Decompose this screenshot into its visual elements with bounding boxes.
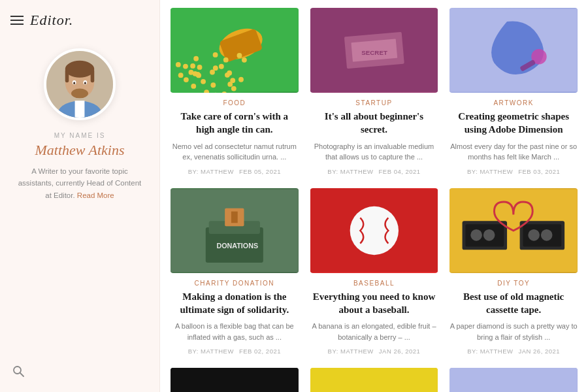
article-title[interactable]: It's all about beginner's secret. bbox=[310, 110, 438, 137]
article-image-tape[interactable] bbox=[449, 188, 578, 273]
svg-point-35 bbox=[176, 62, 181, 67]
article-title[interactable]: Best use of old magnetic cassette tape. bbox=[449, 290, 578, 317]
svg-point-43 bbox=[191, 84, 196, 89]
svg-point-32 bbox=[238, 77, 244, 82]
article-image-corn[interactable] bbox=[171, 8, 299, 93]
svg-point-65 bbox=[471, 229, 483, 241]
article-author: by: MATTHEW bbox=[467, 168, 513, 175]
article-title[interactable]: Everything you need to know about a base… bbox=[310, 290, 438, 317]
svg-point-17 bbox=[223, 57, 229, 63]
article-image-secret[interactable]: SECRET bbox=[310, 8, 438, 93]
article-card: SECRET STARTUPIt's all about beginner's … bbox=[310, 8, 438, 175]
article-author: by: MATTHEW bbox=[327, 168, 373, 175]
sidebar-header: Editor. bbox=[0, 0, 159, 29]
svg-point-10 bbox=[84, 82, 86, 84]
article-title[interactable]: Making a donation is the ultimate sign o… bbox=[171, 290, 299, 317]
svg-point-18 bbox=[213, 65, 218, 71]
sidebar: Editor. MY NAME IS Matthew Atkins A bbox=[0, 0, 160, 392]
svg-text:SECRET: SECRET bbox=[361, 49, 387, 56]
article-title[interactable]: Take care of corn's with a high angle ti… bbox=[171, 110, 299, 137]
article-category: DIY TOY bbox=[449, 280, 578, 287]
article-category: ARTWORK bbox=[449, 99, 578, 106]
article-excerpt: A paper diamond is such a pretty way to … bbox=[449, 321, 578, 342]
svg-point-70 bbox=[541, 229, 553, 241]
svg-point-20 bbox=[178, 73, 184, 78]
avatar bbox=[44, 48, 116, 120]
avatar-image bbox=[46, 51, 113, 118]
article-meta: by: MATTHEWFEB 05, 2021 bbox=[171, 168, 299, 175]
article-title[interactable]: Creating geometric shapes using Adobe Di… bbox=[449, 110, 578, 137]
site-title: Editor. bbox=[30, 12, 73, 29]
articles-grid: FOODTake care of corn's with a high angl… bbox=[171, 8, 578, 392]
article-image-donation[interactable]: DONATIONS bbox=[171, 188, 299, 273]
svg-point-61 bbox=[350, 206, 398, 254]
article-author: by: MATTHEW bbox=[467, 348, 513, 355]
svg-point-9 bbox=[73, 82, 75, 84]
svg-point-23 bbox=[242, 57, 247, 63]
svg-point-12 bbox=[14, 367, 21, 374]
read-more-link[interactable]: Read More bbox=[77, 191, 114, 199]
article-excerpt: Nemo vel ad consectetur namut rutrum ex,… bbox=[171, 141, 299, 163]
search-icon[interactable] bbox=[12, 365, 25, 380]
article-meta: by: MATTHEWFEB 02, 2021 bbox=[171, 348, 299, 355]
author-name: Matthew Atkins bbox=[35, 142, 124, 159]
svg-text:DONATIONS: DONATIONS bbox=[216, 242, 258, 250]
article-image-baseball[interactable] bbox=[310, 188, 438, 273]
article-excerpt: A banana is an elongated, edible fruit –… bbox=[310, 321, 438, 342]
svg-point-37 bbox=[210, 70, 215, 75]
article-date: JAN 26, 2021 bbox=[519, 348, 561, 355]
svg-point-69 bbox=[529, 229, 540, 241]
svg-point-21 bbox=[189, 70, 194, 75]
article-image-bottom3[interactable] bbox=[449, 368, 578, 392]
article-date: FEB 04, 2021 bbox=[379, 168, 421, 175]
article-card: DIY TOYBest use of old magnetic cassette… bbox=[449, 188, 578, 355]
svg-rect-73 bbox=[449, 368, 578, 392]
article-date: FEB 03, 2021 bbox=[518, 168, 560, 175]
svg-point-3 bbox=[65, 61, 95, 78]
article-excerpt: A balloon is a flexible bag that can be … bbox=[171, 321, 299, 342]
article-image-bottom2[interactable] bbox=[310, 368, 438, 392]
article-image-bottom1[interactable] bbox=[171, 368, 299, 392]
article-card bbox=[310, 368, 438, 392]
article-meta: by: MATTHEWJAN 26, 2021 bbox=[310, 348, 438, 355]
article-meta: by: MATTHEWFEB 03, 2021 bbox=[449, 168, 578, 175]
hamburger-menu[interactable] bbox=[10, 16, 24, 25]
article-date: FEB 05, 2021 bbox=[239, 168, 281, 175]
svg-line-13 bbox=[20, 373, 24, 376]
article-author: by: MATTHEW bbox=[188, 168, 234, 175]
article-date: JAN 26, 2021 bbox=[379, 348, 421, 355]
svg-point-30 bbox=[210, 82, 216, 88]
my-name-label: MY NAME IS bbox=[54, 132, 106, 139]
svg-point-44 bbox=[184, 77, 189, 82]
svg-point-66 bbox=[483, 229, 495, 241]
svg-rect-59 bbox=[231, 211, 238, 223]
svg-point-27 bbox=[190, 63, 195, 69]
svg-rect-11 bbox=[75, 101, 85, 118]
svg-rect-71 bbox=[171, 368, 299, 392]
svg-point-22 bbox=[219, 64, 224, 69]
article-category: CHARITY DONATION bbox=[171, 280, 299, 287]
article-category: BASEBALL bbox=[310, 280, 438, 287]
article-card: ARTWORKCreating geometric shapes using A… bbox=[449, 8, 578, 175]
article-card bbox=[449, 368, 578, 392]
article-card: DONATIONS CHARITY DONATIONMaking a donat… bbox=[171, 188, 299, 355]
article-card bbox=[171, 368, 299, 392]
svg-rect-72 bbox=[310, 368, 438, 392]
svg-point-46 bbox=[225, 73, 230, 78]
svg-point-39 bbox=[231, 86, 237, 91]
svg-rect-4 bbox=[65, 69, 69, 82]
article-card: BASEBALLEverything you need to know abou… bbox=[310, 188, 438, 355]
svg-point-6 bbox=[71, 88, 88, 98]
article-excerpt: Photography is an invaluable medium that… bbox=[310, 141, 438, 163]
article-author: by: MATTHEW bbox=[328, 348, 374, 355]
article-image-geo[interactable] bbox=[449, 8, 578, 93]
svg-rect-5 bbox=[91, 69, 95, 82]
svg-point-24 bbox=[237, 53, 242, 58]
svg-point-36 bbox=[183, 64, 188, 69]
svg-point-34 bbox=[197, 65, 203, 70]
article-category: STARTUP bbox=[310, 99, 438, 106]
main-content: FOODTake care of corn's with a high angl… bbox=[160, 0, 588, 392]
article-meta: by: MATTHEWFEB 04, 2021 bbox=[310, 168, 438, 175]
svg-point-38 bbox=[230, 78, 235, 83]
author-bio: A Writer to your favorite topic assistan… bbox=[0, 159, 159, 201]
